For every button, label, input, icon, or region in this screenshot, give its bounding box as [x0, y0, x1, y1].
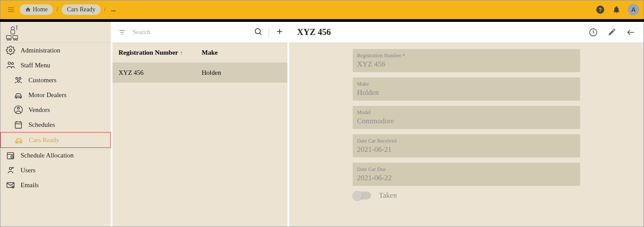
field-value: XYZ 456: [357, 60, 576, 69]
nav-users[interactable]: Users: [0, 163, 111, 178]
svg-line-45: [260, 33, 262, 35]
col-header-reg-label: Registration Number: [119, 49, 178, 56]
nav-label: Cars Ready: [29, 136, 60, 144]
svg-point-24: [18, 107, 20, 109]
nav-schedules[interactable]: Schedules: [0, 117, 111, 132]
breadcrumb-home[interactable]: Home: [20, 4, 53, 15]
field-value: Commodore: [357, 117, 576, 126]
detail-body: Registration Number * XYZ 456 Make Holde…: [289, 43, 644, 227]
nav-vendors[interactable]: Vendors: [0, 102, 111, 117]
field-label: Date Car Due: [357, 166, 576, 173]
list-row[interactable]: XYZ 456 Holden: [112, 63, 287, 83]
field-date-due: Date Car Due 2021-06-22: [353, 163, 580, 186]
svg-rect-7: [7, 35, 11, 38]
field-make: Make Holden: [353, 77, 580, 101]
history-icon[interactable]: [588, 28, 598, 37]
breadcrumb-more[interactable]: ...: [109, 6, 116, 13]
toggle-knob: [353, 191, 362, 200]
edit-icon[interactable]: [608, 28, 616, 37]
svg-point-5: [11, 27, 14, 30]
svg-point-18: [16, 77, 18, 80]
nav-administration[interactable]: Administration: [0, 43, 111, 58]
nav-label: Motor Dealers: [28, 91, 66, 99]
list-panel: Registration Number ↑ Make XYZ 456 Holde…: [112, 22, 289, 227]
field-label: Model: [357, 109, 576, 116]
nav-emails[interactable]: Emails: [0, 178, 111, 192]
breadcrumb-sep: /: [55, 6, 60, 13]
svg-rect-6: [11, 30, 15, 34]
svg-point-20: [18, 80, 20, 82]
breadcrumb-current-label: Cars Ready: [67, 6, 95, 13]
nav-label: Administration: [21, 47, 60, 54]
svg-rect-39: [7, 183, 14, 188]
search-icon[interactable]: [254, 27, 262, 38]
svg-point-38: [12, 167, 14, 169]
field-date-received: Date Car Received 2021-06-21: [353, 134, 580, 157]
topbar-right: ? A: [595, 4, 639, 15]
nav-label: Staff Menu: [21, 62, 50, 69]
svg-point-40: [12, 186, 14, 188]
detail-toolbar: XYZ 456: [289, 22, 644, 43]
nav-cars-ready[interactable]: Cars Ready: [0, 132, 111, 148]
col-header-make[interactable]: Make: [202, 49, 281, 56]
topbar: Home / Cars Ready / ... ? A: [0, 0, 644, 19]
field-model: Model Commodore: [353, 106, 580, 129]
list-toolbar: [112, 22, 287, 43]
search-input[interactable]: [131, 28, 251, 36]
fields-wrap: Registration Number * XYZ 456 Make Holde…: [353, 49, 580, 218]
field-label: Make: [357, 81, 576, 87]
add-icon[interactable]: [275, 27, 284, 38]
nav-label: Schedule Allocation: [21, 152, 74, 159]
field-label: Registration Number *: [357, 52, 576, 59]
nav-schedule-allocation[interactable]: Schedule Allocation: [0, 148, 111, 163]
cell-reg: XYZ 456: [119, 69, 202, 77]
avatar[interactable]: A: [628, 4, 639, 15]
nav-label: Schedules: [28, 121, 55, 129]
field-taken: Taken: [353, 191, 580, 200]
svg-point-16: [8, 62, 11, 65]
detail-panel: XYZ 456 Registration Number * XYZ 456: [289, 22, 644, 227]
field-registration-number: Registration Number * XYZ 456: [353, 49, 580, 72]
help-icon[interactable]: ?: [595, 5, 605, 14]
menu-toggle-icon[interactable]: [5, 3, 17, 16]
nav-motor-dealers[interactable]: Motor Dealers: [0, 87, 111, 102]
bell-icon[interactable]: [612, 5, 621, 14]
svg-rect-26: [15, 122, 22, 129]
svg-point-15: [9, 49, 12, 52]
taken-toggle-label: Taken: [379, 191, 397, 200]
taken-toggle[interactable]: [354, 192, 371, 199]
nav-customers[interactable]: Customers: [0, 73, 111, 87]
breadcrumb-current[interactable]: Cars Ready: [62, 4, 101, 15]
field-value: 2021-06-21: [357, 145, 576, 154]
sidebar: Administration Staff Menu Customers Moto…: [0, 22, 112, 227]
back-icon[interactable]: [626, 28, 636, 37]
breadcrumb-sep: /: [102, 6, 108, 13]
svg-point-19: [19, 77, 21, 80]
svg-point-12: [16, 38, 18, 40]
nav-staff-menu[interactable]: Staff Menu: [0, 58, 111, 73]
svg-text:?: ?: [598, 7, 602, 13]
svg-point-10: [10, 38, 11, 40]
field-value: Holden: [357, 88, 576, 97]
field-label: Date Car Received: [357, 138, 576, 144]
nav-label: Emails: [21, 182, 39, 189]
cell-make: Holden: [202, 69, 281, 77]
svg-point-17: [11, 63, 14, 65]
svg-point-11: [14, 38, 15, 40]
svg-point-9: [7, 38, 9, 40]
sort-asc-icon: ↑: [180, 49, 183, 56]
toolbar-divider: [269, 28, 269, 37]
svg-rect-8: [13, 35, 18, 38]
nav-label: Users: [21, 167, 35, 174]
svg-point-37: [9, 168, 12, 170]
svg-point-44: [255, 28, 260, 34]
filter-icon[interactable]: [116, 28, 128, 36]
nav-label: Vendors: [28, 106, 50, 114]
col-header-reg[interactable]: Registration Number ↑: [119, 49, 202, 56]
main: Administration Staff Menu Customers Moto…: [0, 22, 644, 227]
breadcrumb-home-label: Home: [33, 6, 48, 13]
app-logo: [0, 22, 111, 43]
detail-actions: [588, 28, 636, 37]
field-value: 2021-06-22: [357, 174, 576, 182]
breadcrumb: Home / Cars Ready / ...: [20, 4, 116, 15]
